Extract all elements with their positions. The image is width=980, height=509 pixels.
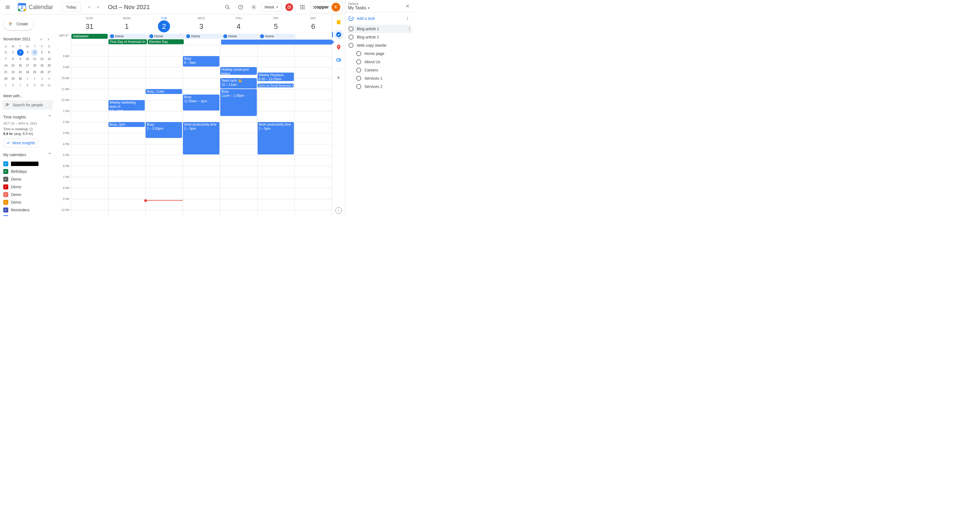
calendar-event[interactable]: Sync on Small Business Sa: [258, 83, 294, 88]
mini-day[interactable]: 20: [46, 62, 52, 69]
task-item[interactable]: Careers: [348, 66, 412, 74]
mini-day[interactable]: 19: [39, 62, 45, 69]
day-column[interactable]: Busy, 11amBusy2 – 3:30pm: [145, 45, 183, 216]
mini-day[interactable]: 2: [31, 76, 38, 82]
holiday-chip[interactable]: First Day of American In: [108, 39, 147, 44]
home-chip[interactable]: ⌂Home: [185, 34, 221, 39]
mini-day[interactable]: 24: [24, 69, 31, 76]
mini-day[interactable]: 22: [10, 69, 16, 76]
task-item[interactable]: Services 1: [348, 74, 412, 83]
mini-day[interactable]: 3: [24, 49, 31, 56]
more-insights-button[interactable]: More insights: [3, 139, 38, 147]
maps-button[interactable]: [334, 42, 344, 52]
calendar-event[interactable]: Busy, 2pm: [108, 122, 145, 127]
keep-button[interactable]: [334, 17, 344, 27]
mini-next-button[interactable]: ›: [45, 36, 52, 42]
mini-day[interactable]: 31: [2, 49, 9, 56]
task-complete-circle[interactable]: [356, 51, 361, 56]
calendar-event[interactable]: Work productivity time2 – 5pm: [258, 122, 294, 155]
calendar-item[interactable]: ✓Demo: [2, 198, 53, 206]
mini-day[interactable]: 18: [31, 62, 38, 69]
day-header[interactable]: TUE2: [145, 14, 183, 34]
clockify-button[interactable]: [284, 2, 295, 13]
view-selector[interactable]: Week ▼: [261, 3, 282, 11]
day-column[interactable]: [294, 45, 332, 216]
calendar-checkbox[interactable]: ✓: [3, 200, 8, 205]
tasks-button[interactable]: [334, 30, 344, 40]
task-complete-circle[interactable]: [348, 35, 353, 40]
mini-day[interactable]: 30: [17, 76, 24, 82]
mini-day[interactable]: 8: [24, 82, 31, 89]
mini-day[interactable]: 10: [24, 56, 31, 62]
mini-day[interactable]: 28: [2, 76, 9, 82]
mini-day[interactable]: 9: [17, 56, 24, 62]
calendar-item[interactable]: ✓Reminders: [2, 206, 53, 214]
mini-day[interactable]: 5: [39, 49, 45, 56]
next-week-button[interactable]: ›: [94, 3, 102, 11]
task-complete-circle[interactable]: [356, 84, 361, 89]
logo[interactable]: 2 Calendar: [15, 3, 55, 11]
main-menu-button[interactable]: [2, 2, 13, 13]
mini-day[interactable]: 5: [2, 82, 9, 89]
calendar-checkbox[interactable]: ✓: [3, 192, 8, 197]
task-complete-circle[interactable]: [348, 43, 353, 48]
task-item[interactable]: Blog article 2: [348, 33, 412, 41]
mini-day[interactable]: 16: [17, 62, 24, 69]
task-item-menu-button[interactable]: [407, 27, 412, 31]
task-complete-circle[interactable]: [356, 76, 361, 81]
calendar-event[interactable]: Holiday social post brains9 – 9:45am: [220, 67, 257, 75]
mini-day[interactable]: 6: [10, 82, 16, 89]
mini-day[interactable]: 9: [31, 82, 38, 89]
day-header[interactable]: SUN31: [71, 14, 108, 34]
task-list-menu-button[interactable]: [404, 15, 411, 22]
calendar-checkbox[interactable]: ✓: [3, 215, 8, 216]
mini-day[interactable]: 7: [17, 82, 24, 89]
account-avatar[interactable]: K: [331, 3, 340, 11]
calendar-item[interactable]: ✓Demo: [2, 176, 53, 183]
day-header[interactable]: MON1: [108, 14, 146, 34]
mini-day[interactable]: 21: [2, 69, 9, 76]
day-column[interactable]: Busy8 – 9amBusy11:30am – 1pmWork product…: [183, 45, 220, 216]
mini-day[interactable]: 29: [10, 76, 16, 82]
close-tasks-button[interactable]: [404, 2, 412, 10]
prev-week-button[interactable]: ‹: [85, 3, 94, 11]
home-chip[interactable]: ⌂Home: [108, 34, 147, 39]
mini-day[interactable]: 1: [10, 49, 16, 56]
day-column[interactable]: [71, 45, 108, 216]
calendar-event[interactable]: Weekly marketing team m12 – 1pm: [108, 100, 145, 110]
multiday-event[interactable]: [221, 40, 334, 45]
mini-day[interactable]: 8: [10, 56, 16, 62]
google-apps-button[interactable]: [297, 2, 308, 13]
allday-column[interactable]: Halloween: [71, 34, 108, 45]
day-column[interactable]: Holiday social post brains9 – 9:45amTeam…: [220, 45, 257, 216]
chevron-up-icon[interactable]: ⌃: [48, 152, 52, 158]
home-chip[interactable]: ⌂Home: [148, 34, 184, 39]
calendar-event[interactable]: Busy8 – 9am: [183, 56, 220, 67]
mini-day[interactable]: 14: [2, 62, 9, 69]
mini-day[interactable]: 7: [2, 56, 9, 62]
settings-button[interactable]: [248, 2, 259, 13]
mini-day[interactable]: 27: [46, 69, 52, 76]
calendar-item[interactable]: ✓Demo: [2, 183, 53, 191]
calendar-checkbox[interactable]: ✓: [3, 169, 8, 174]
mini-prev-button[interactable]: ‹: [38, 36, 45, 42]
day-header[interactable]: FRI5: [257, 14, 295, 34]
create-button[interactable]: Create: [3, 18, 33, 30]
home-chip[interactable]: ⌂Home: [222, 34, 258, 39]
mini-day[interactable]: 4: [31, 49, 38, 56]
mini-day[interactable]: 23: [17, 69, 24, 76]
holiday-chip[interactable]: Election Day: [148, 39, 184, 44]
mini-day[interactable]: 12: [39, 56, 45, 62]
copper-extension-badge[interactable]: :copper K: [310, 2, 343, 13]
task-item[interactable]: About Us: [348, 58, 412, 66]
day-header[interactable]: SAT6: [294, 14, 332, 34]
calendar-item[interactable]: ✓: [2, 160, 53, 168]
mini-day[interactable]: 11: [31, 56, 38, 62]
add-addon-button[interactable]: +: [334, 73, 344, 83]
calendar-event[interactable]: Busy2 – 3:30pm: [146, 122, 182, 138]
calendar-event[interactable]: Busy11:30am – 1pm: [183, 94, 220, 110]
mini-day[interactable]: 17: [24, 62, 31, 69]
today-button[interactable]: Today: [62, 2, 80, 12]
calendar-event[interactable]: Weekly Playback9:30 – 10:20am: [258, 73, 294, 81]
task-complete-circle[interactable]: [348, 26, 353, 31]
